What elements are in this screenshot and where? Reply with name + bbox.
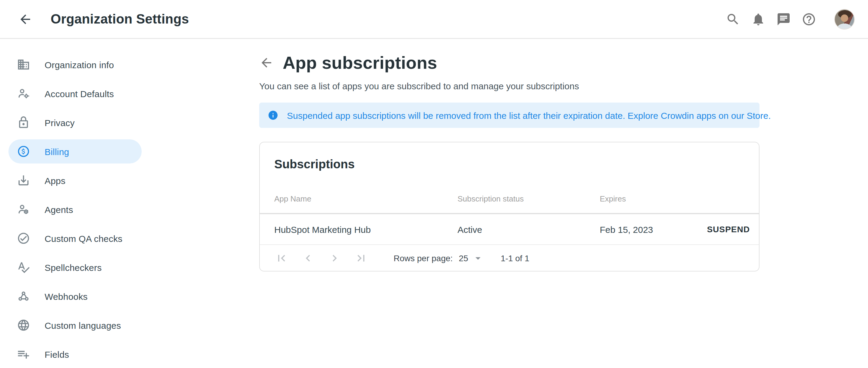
subscription-status-cell: Active: [458, 224, 600, 234]
search-icon: [726, 12, 740, 26]
first-page-icon: [275, 251, 288, 264]
sidebar-item-label: Spellcheckers: [44, 262, 101, 273]
help-icon: [802, 12, 816, 26]
sidebar-item-custom-qa-checks[interactable]: Custom QA checks: [8, 226, 142, 250]
arrow-back-icon: [18, 12, 33, 26]
next-page-button[interactable]: [327, 251, 342, 265]
sidebar-item-organization-info[interactable]: Organization info: [8, 53, 142, 77]
sidebar-item-label: Organization info: [44, 59, 114, 70]
sidebar-item-agents[interactable]: Agents: [8, 197, 142, 221]
sidebar-item-account-defaults[interactable]: Account Defaults: [8, 81, 142, 106]
sidebar-item-label: Account Defaults: [44, 88, 114, 98]
building-icon: [17, 58, 30, 71]
info-banner: Suspended app subscriptions will be remo…: [259, 103, 760, 128]
sidebar-item-billing[interactable]: Billing: [8, 139, 142, 164]
banner-text: Suspended app subscriptions will be remo…: [287, 110, 625, 120]
app-bar: Organization Settings: [0, 0, 868, 38]
expires-cell: Feb 15, 2023: [600, 224, 707, 234]
search-button[interactable]: [726, 12, 740, 26]
sidebar-item-label: Fields: [44, 349, 69, 359]
topbar-back-button[interactable]: [18, 12, 33, 26]
check-circle-icon: [17, 232, 30, 245]
notifications-icon: [751, 12, 766, 26]
user-cube-icon: [17, 203, 30, 216]
chevron-left-icon: [301, 251, 315, 264]
globe-icon: [17, 318, 30, 332]
table-row: HubSpot Marketing Hub Active Feb 15, 202…: [260, 214, 759, 245]
sidebar-item-label: Privacy: [44, 117, 75, 128]
page-back-button[interactable]: [259, 56, 274, 70]
sidebar-item-label: Custom QA checks: [44, 233, 122, 244]
chat-icon: [776, 12, 791, 26]
column-header-expires: Expires: [600, 194, 750, 203]
sidebar-item-label: Agents: [44, 204, 73, 215]
pagination: Rows per page: 25 1-1 of 1: [260, 245, 759, 271]
rows-per-page-label: Rows per page:: [394, 253, 453, 263]
store-link[interactable]: Explore Crowdin apps on our Store.: [627, 110, 771, 120]
sidebar-item-label: Webhooks: [44, 291, 88, 301]
user-avatar[interactable]: [834, 9, 855, 29]
user-gear-icon: [17, 87, 30, 100]
arrow-back-icon: [259, 56, 274, 70]
chat-button[interactable]: [776, 12, 791, 26]
info-icon: [268, 110, 278, 121]
sidebar-item-label: Billing: [44, 146, 69, 157]
banner-message: Suspended app subscriptions will be remo…: [287, 110, 771, 120]
table-header-row: App Name Subscription status Expires: [260, 170, 759, 214]
chevron-right-icon: [328, 251, 341, 264]
column-header-app-name: App Name: [274, 194, 458, 203]
sidebar-item-apps[interactable]: Apps: [8, 168, 142, 193]
settings-sidebar: Organization info Account Defaults Priva…: [0, 38, 157, 368]
sidebar-item-privacy[interactable]: Privacy: [8, 110, 142, 135]
page-heading: App subscriptions: [283, 53, 437, 73]
page-subtitle: You can see a list of apps you are subsc…: [259, 80, 760, 92]
suspend-button[interactable]: SUSPEND: [707, 224, 750, 234]
first-page-button[interactable]: [274, 251, 289, 265]
subscriptions-card: Subscriptions App Name Subscription stat…: [259, 142, 760, 272]
arrow-drop-down-icon: [472, 252, 484, 264]
sidebar-item-webhooks[interactable]: Webhooks: [8, 284, 142, 308]
prev-page-button[interactable]: [301, 251, 315, 265]
page-header: App subscriptions: [259, 52, 760, 74]
sidebar-item-label: Custom languages: [44, 320, 121, 330]
sidebar-item-fields[interactable]: Fields: [8, 342, 142, 366]
rows-per-page-value: 25: [459, 253, 468, 263]
main-content: App subscriptions You can see a list of …: [259, 38, 760, 272]
app-window: Organization Settings Organization info: [0, 0, 868, 368]
column-header-subscription-status: Subscription status: [458, 194, 600, 203]
dollar-circle-icon: [17, 145, 30, 158]
last-page-button[interactable]: [354, 251, 368, 265]
download-icon: [17, 174, 30, 187]
app-name-cell: HubSpot Marketing Hub: [274, 224, 458, 234]
notifications-button[interactable]: [751, 12, 766, 26]
last-page-icon: [354, 251, 368, 264]
lock-icon: [17, 116, 30, 129]
sidebar-item-spellcheckers[interactable]: Spellcheckers: [8, 255, 142, 279]
app-bar-title: Organization Settings: [51, 11, 189, 27]
topbar-actions: [726, 9, 855, 29]
sidebar-item-custom-languages[interactable]: Custom languages: [8, 313, 142, 337]
sidebar-item-label: Apps: [44, 175, 65, 186]
webhook-icon: [17, 289, 30, 303]
help-button[interactable]: [802, 12, 816, 26]
card-title: Subscriptions: [274, 158, 744, 170]
spellcheck-icon: [17, 261, 30, 274]
playlist-add-icon: [17, 347, 30, 361]
pagination-range: 1-1 of 1: [501, 253, 529, 263]
rows-per-page-select[interactable]: 25: [459, 252, 484, 264]
